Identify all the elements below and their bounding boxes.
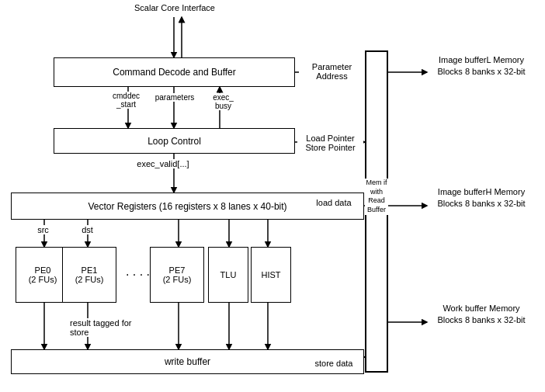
scalar-interface-label: Scalar Core Interface <box>120 3 229 12</box>
src-label: src <box>33 225 53 234</box>
tlu-box: TLU <box>208 247 248 303</box>
exec-busy-label: exec_ busy <box>206 93 241 110</box>
load-pointer-label: Load Pointer Store Pointer <box>297 134 363 152</box>
mem-if-label: Mem if with Read Buffer <box>365 179 388 215</box>
work-buffer-label: Work buffer Memory Blocks 8 banks x 32-b… <box>431 303 532 327</box>
hist-box: HIST <box>251 247 291 303</box>
pe7-box: PE7 (2 FUs) <box>150 247 204 303</box>
result-tagged-label: result tagged for store <box>70 318 148 337</box>
image-bufferL-label: Image bufferL Memory Blocks 8 banks x 32… <box>431 54 532 78</box>
parameters-label: parameters <box>151 93 198 102</box>
image-bufferH-label: Image bufferH Memory Blocks 8 banks x 32… <box>431 186 532 210</box>
exec-valid-label: exec_valid[...] <box>124 159 202 168</box>
loop-control-box: Loop Control <box>54 128 295 154</box>
command-decode-box: Command Decode and Buffer <box>54 57 295 87</box>
load-data-label: load data <box>307 198 361 207</box>
architecture-diagram: Scalar Core Interface Command Decode and… <box>0 0 545 392</box>
dst-label: dst <box>78 225 97 234</box>
parameter-address-label: Parameter Address <box>299 62 365 81</box>
pe1-box: PE1 (2 FUs) <box>62 247 116 303</box>
cmddec-start-label: cmddec _start <box>105 92 148 109</box>
store-data-label: store data <box>307 359 361 368</box>
